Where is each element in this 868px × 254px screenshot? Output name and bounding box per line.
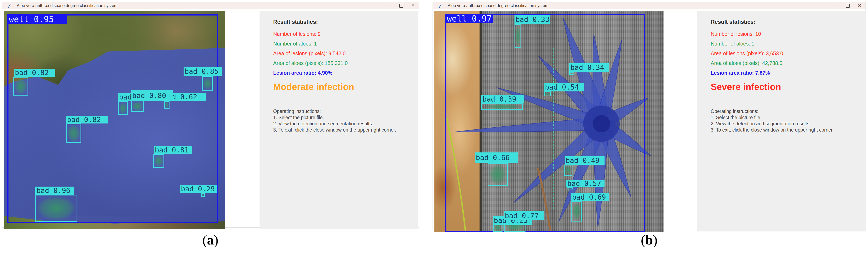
minimize-icon: – <box>835 3 837 8</box>
instruction-line: 1. Select the picture file. <box>273 115 412 121</box>
lesion-bbox <box>488 163 508 186</box>
stat-line: Area of aloes (pixels): 185,331.0 <box>273 60 412 66</box>
operating-instructions: Operating instructions:1. Select the pic… <box>273 108 412 133</box>
lesion-label: bad 0.85 <box>184 67 222 76</box>
stat-line: Number of aloes: 1 <box>273 41 412 47</box>
lesion-label: bad 0.29 <box>180 185 217 193</box>
stat-line: Lesion area ratio: 4.90% <box>273 70 412 76</box>
titlebar[interactable]: Aloe vera anthrax disease degree classif… <box>433 2 866 9</box>
app-icon <box>439 3 442 8</box>
stat-lines: Number of lesions: 9Number of aloes: 1Ar… <box>273 31 412 76</box>
lesion-label: bad <box>118 93 131 101</box>
maximize-button[interactable] <box>395 2 407 9</box>
lesion-label: bad 0.39 <box>482 95 524 103</box>
close-button[interactable]: ✕ <box>854 2 866 9</box>
minimize-button[interactable]: – <box>830 2 842 9</box>
instruction-line: Operating instructions: <box>711 108 860 115</box>
window-body: bad 0.82bad 0.85badbad 0.62bad 0.80bad 0… <box>2 9 419 227</box>
lesion-label: bad 0.82 <box>14 69 55 77</box>
minimize-icon: – <box>388 3 391 8</box>
infection-verdict: Severe infection <box>711 82 860 92</box>
minimize-button[interactable]: – <box>383 2 395 9</box>
detections-overlay-b: bad 0.33bad 0.34bad 0.54bad 0.39bad 0.66… <box>434 11 663 232</box>
lesion-label: bad 0.77 <box>504 212 544 220</box>
lesion-label: bad 0.57 <box>566 180 604 187</box>
maximize-icon <box>846 4 850 8</box>
caption-a: (a) <box>2 232 419 248</box>
window-title: Aloe vera anthrax disease degree classif… <box>17 3 118 8</box>
instruction-line: 3. To exit, click the close window on th… <box>273 127 412 133</box>
window-controls: – ✕ <box>383 2 419 9</box>
stat-lines: Number of lesions: 10Number of aloes: 1A… <box>711 31 860 76</box>
lesion-label: bad 0.34 <box>569 63 609 72</box>
lesion-bbox <box>164 101 169 109</box>
lesion-bbox <box>571 201 582 222</box>
lesion-label: bad 0.66 <box>475 153 518 163</box>
stat-line: Number of aloes: 1 <box>711 41 860 47</box>
stat-line: Lesion area ratio: 7.87% <box>711 70 860 76</box>
stat-line: Area of aloes (pixels): 42,788.0 <box>711 60 860 66</box>
infection-verdict: Moderate infection <box>273 82 412 92</box>
lesion-bbox <box>201 193 205 197</box>
lesion-bbox <box>13 77 28 96</box>
stats-heading: Result statistics: <box>273 19 412 25</box>
close-icon: ✕ <box>411 3 415 8</box>
lesion-bbox <box>569 72 574 75</box>
instruction-line: 3. To exit, click the close window on th… <box>711 127 860 133</box>
lesion-bbox <box>118 101 128 115</box>
lesion-bbox <box>66 124 81 143</box>
lesion-bbox <box>544 91 551 96</box>
app-window-a: Aloe vera anthrax disease degree classif… <box>2 2 419 227</box>
close-icon: ✕ <box>858 3 861 8</box>
lesion-label: bad 0.54 <box>544 83 584 91</box>
stats-heading: Result statistics: <box>711 19 860 25</box>
lesion-label: bad 0.80 <box>131 90 173 101</box>
window-controls: – ✕ <box>830 2 866 9</box>
instruction-line: Operating instructions: <box>273 108 412 115</box>
lesion-label: bad 0.69 <box>571 193 609 201</box>
app-window-b: Aloe vera anthrax disease degree classif… <box>433 2 866 230</box>
lesion-bbox <box>35 195 78 222</box>
app-icon <box>8 3 11 8</box>
lesion-bbox <box>153 154 164 168</box>
result-image-a: bad 0.82bad 0.85badbad 0.62bad 0.80bad 0… <box>4 11 225 229</box>
lesion-bbox <box>515 24 521 48</box>
window-body: bad 0.33bad 0.34bad 0.54bad 0.39bad 0.66… <box>433 9 866 230</box>
instruction-line: 2. View the detection and segmentation r… <box>273 121 412 127</box>
lesion-label: bad 0.82 <box>66 116 108 124</box>
detections-overlay-a: bad 0.82bad 0.85badbad 0.62bad 0.80bad 0… <box>4 11 225 229</box>
instruction-line: 2. View the detection and segmentation r… <box>711 121 860 127</box>
aloe-bbox <box>445 14 645 232</box>
stat-line: Area of lesions (pixels): 3,653.0 <box>711 51 860 57</box>
close-button[interactable]: ✕ <box>407 2 419 9</box>
result-image-b: bad 0.33bad 0.34bad 0.54bad 0.39bad 0.66… <box>434 11 663 232</box>
lesion-bbox <box>564 165 572 176</box>
maximize-button[interactable] <box>842 2 854 9</box>
stat-line: Number of lesions: 10 <box>711 31 860 37</box>
stats-panel: Result statistics: Number of lesions: 9N… <box>259 11 418 229</box>
operating-instructions: Operating instructions:1. Select the pic… <box>711 108 860 133</box>
lesion-bbox <box>131 100 144 112</box>
lesion-label: bad 0.33 <box>515 15 550 24</box>
aloe-label: well 0.97 <box>445 14 493 23</box>
caption-b: (b) <box>433 232 866 248</box>
lesion-bbox <box>202 76 213 91</box>
lesion-label: bad 0.81 <box>154 146 192 154</box>
lesion-label: bad 0.96 <box>35 187 74 195</box>
aloe-label: well 0.95 <box>7 14 67 24</box>
stat-line: Area of lesions (pixels): 9,542.0 <box>273 51 412 57</box>
lesion-label: bad 0.49 <box>565 156 604 165</box>
instruction-line: 1. Select the picture file. <box>711 115 860 121</box>
lesion-bbox <box>481 103 523 110</box>
lesion-bbox <box>567 187 573 189</box>
titlebar[interactable]: Aloe vera anthrax disease degree classif… <box>2 2 419 9</box>
maximize-icon <box>399 4 403 8</box>
window-title: Aloe vera anthrax disease degree classif… <box>448 3 549 8</box>
stat-line: Number of lesions: 9 <box>273 31 412 37</box>
stats-panel: Result statistics: Number of lesions: 10… <box>697 11 866 231</box>
